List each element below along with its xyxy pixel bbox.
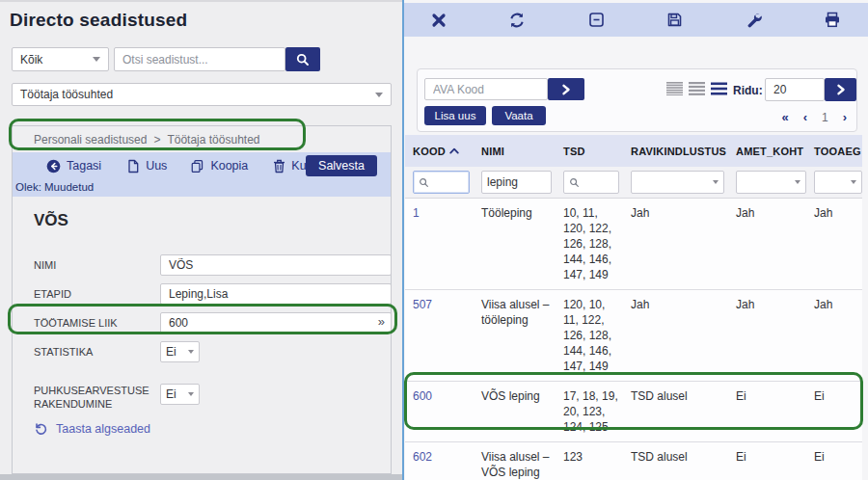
chevron-down-icon bbox=[375, 93, 383, 97]
table-row-highlighted[interactable]: 600 VÕS leping 17, 18, 19, 20, 123, 124,… bbox=[405, 382, 862, 442]
nimi-field[interactable] bbox=[160, 254, 392, 276]
statistika-select[interactable]: Ei bbox=[160, 341, 200, 362]
pagination-first[interactable]: « bbox=[781, 110, 788, 124]
puhkusearvestuse-select[interactable]: Ei bbox=[160, 384, 200, 405]
row-nimi: Viisa alusel – tööleping bbox=[474, 295, 556, 376]
settings-panel: Directo seadistused Kõik Töötaja töösuht… bbox=[0, 0, 402, 480]
new-button-label: Uus bbox=[146, 159, 167, 173]
chevron-down-icon bbox=[713, 180, 719, 184]
breadcrumb-parent[interactable]: Personali seadistused bbox=[34, 133, 147, 147]
trash-icon bbox=[273, 159, 285, 173]
pagination-prev[interactable]: ‹ bbox=[803, 110, 807, 124]
bottom-divider bbox=[0, 474, 402, 480]
column-header-nimi[interactable]: NIMI bbox=[474, 146, 556, 157]
save-icon[interactable] bbox=[666, 12, 683, 28]
row-kood-link[interactable]: 602 bbox=[405, 447, 474, 480]
density-medium-icon[interactable] bbox=[689, 82, 705, 95]
open-code-input[interactable] bbox=[424, 78, 548, 100]
category-select-value: Kõik bbox=[20, 53, 42, 67]
record-heading: VÕS bbox=[34, 211, 68, 230]
save-button[interactable]: Salvesta bbox=[306, 155, 377, 176]
wrench-icon[interactable] bbox=[746, 12, 762, 28]
collapse-icon[interactable] bbox=[588, 12, 605, 28]
column-header-kood[interactable]: KOOD bbox=[405, 146, 474, 157]
lookup-expand-icon[interactable]: » bbox=[378, 314, 385, 329]
undo-icon bbox=[34, 421, 48, 436]
document-icon bbox=[126, 159, 140, 173]
tootamise-liik-field[interactable] bbox=[160, 312, 392, 333]
back-circle-icon bbox=[46, 159, 61, 173]
copy-icon bbox=[190, 159, 204, 173]
row-tsd: 17, 18, 19, 20, 123, 124, 125 bbox=[556, 387, 623, 437]
density-compact-icon[interactable] bbox=[666, 82, 683, 95]
lookup-table: KOOD NIMI TSD RAVIKINDLUSTUS AMET_KOHT T… bbox=[405, 135, 862, 480]
column-header-tsd[interactable]: TSD bbox=[556, 146, 623, 157]
chevron-down-icon bbox=[188, 350, 194, 354]
back-button[interactable]: Tagasi bbox=[46, 159, 101, 173]
row-ravikindlustus: Jah bbox=[623, 295, 728, 376]
search-button[interactable] bbox=[285, 47, 320, 71]
search-icon bbox=[295, 52, 311, 67]
open-code-go-button[interactable] bbox=[548, 78, 584, 100]
row-ravikindlustus: TSD alusel bbox=[623, 387, 728, 437]
section-select[interactable]: Töötaja töösuhted bbox=[12, 83, 392, 106]
rows-per-page-label: Ridu: bbox=[733, 84, 763, 97]
rows-per-page-input[interactable] bbox=[765, 78, 825, 101]
row-amet-koht: Jah bbox=[728, 203, 806, 284]
etapid-field[interactable] bbox=[160, 283, 392, 305]
filter-tooaeg-select[interactable] bbox=[814, 171, 862, 194]
reset-defaults-label: Taasta algseaded bbox=[56, 422, 150, 436]
table-row[interactable]: 602 Viisa alusel – VÕS leping 123 TSD al… bbox=[405, 442, 862, 480]
row-amet-koht: Jah bbox=[728, 295, 806, 376]
settings-search-input[interactable] bbox=[114, 47, 285, 71]
row-tooaeg: Ei bbox=[806, 447, 862, 480]
chevron-down-icon bbox=[795, 180, 800, 184]
row-tsd: 123 bbox=[556, 447, 623, 480]
filter-amet-koht-select[interactable] bbox=[736, 171, 806, 194]
category-select[interactable]: Kõik bbox=[12, 47, 109, 71]
record-toolbar: Tagasi Uus Koopia bbox=[13, 152, 391, 197]
add-new-button[interactable]: Lisa uus bbox=[424, 106, 486, 125]
table-row[interactable]: 1 Tööleping 10, 11, 120, 122, 126, 128, … bbox=[405, 199, 862, 290]
row-kood-link[interactable]: 600 bbox=[405, 387, 474, 437]
view-button[interactable]: Vaata bbox=[492, 106, 546, 125]
chevron-down-icon bbox=[188, 392, 194, 396]
pagination-next[interactable]: › bbox=[843, 110, 847, 124]
field-label-statistika: STATISTIKA bbox=[34, 345, 145, 359]
filter-nimi-input[interactable] bbox=[481, 171, 552, 194]
filter-ravikindlustus-select[interactable] bbox=[631, 171, 724, 194]
row-ravikindlustus: TSD alusel bbox=[623, 447, 728, 480]
reset-defaults-link[interactable]: Taasta algseaded bbox=[34, 421, 150, 436]
print-icon[interactable] bbox=[824, 12, 841, 28]
rows-per-page-go-button[interactable] bbox=[825, 78, 856, 101]
statistika-select-value: Ei bbox=[166, 345, 176, 359]
refresh-icon[interactable] bbox=[508, 12, 526, 29]
breadcrumb: Personali seadistused > Töötaja töösuhte… bbox=[34, 133, 260, 147]
popup-toolbar bbox=[404, 3, 868, 37]
puhkusearvestuse-select-value: Ei bbox=[166, 387, 176, 401]
table-row[interactable]: 507 Viisa alusel – tööleping 120, 10, 11… bbox=[405, 290, 862, 382]
column-header-amet-koht[interactable]: AMET_KOHT bbox=[728, 146, 806, 157]
copy-button-label: Koopia bbox=[210, 159, 248, 173]
section-select-value: Töötaja töösuhted bbox=[20, 88, 113, 101]
search-icon bbox=[419, 177, 429, 188]
row-ravikindlustus: Jah bbox=[623, 203, 728, 284]
row-nimi: VÕS leping bbox=[474, 387, 556, 437]
column-header-tooaeg[interactable]: TOOAEG bbox=[806, 146, 862, 157]
density-relaxed-icon[interactable] bbox=[711, 82, 727, 95]
sort-asc-icon bbox=[449, 147, 459, 154]
row-tsd: 120, 10, 11, 122, 126, 128, 144, 146, 14… bbox=[556, 295, 623, 376]
close-icon[interactable] bbox=[431, 13, 447, 28]
column-header-ravikindlustus[interactable]: RAVIKINDLUSTUS bbox=[623, 146, 728, 157]
new-button[interactable]: Uus bbox=[126, 159, 167, 173]
copy-button[interactable]: Koopia bbox=[190, 159, 248, 173]
search-icon bbox=[569, 177, 580, 188]
breadcrumb-separator: > bbox=[153, 133, 160, 147]
grid-controls: Lisa uus Vaata Ridu: bbox=[417, 68, 857, 132]
chevron-right-icon bbox=[560, 84, 572, 95]
row-tooaeg: Ei bbox=[806, 387, 862, 437]
row-kood-link[interactable]: 507 bbox=[405, 295, 474, 376]
breadcrumb-current: Töötaja töösuhted bbox=[167, 133, 259, 147]
page-title: Directo seadistused bbox=[10, 10, 187, 31]
row-kood-link[interactable]: 1 bbox=[405, 203, 474, 284]
